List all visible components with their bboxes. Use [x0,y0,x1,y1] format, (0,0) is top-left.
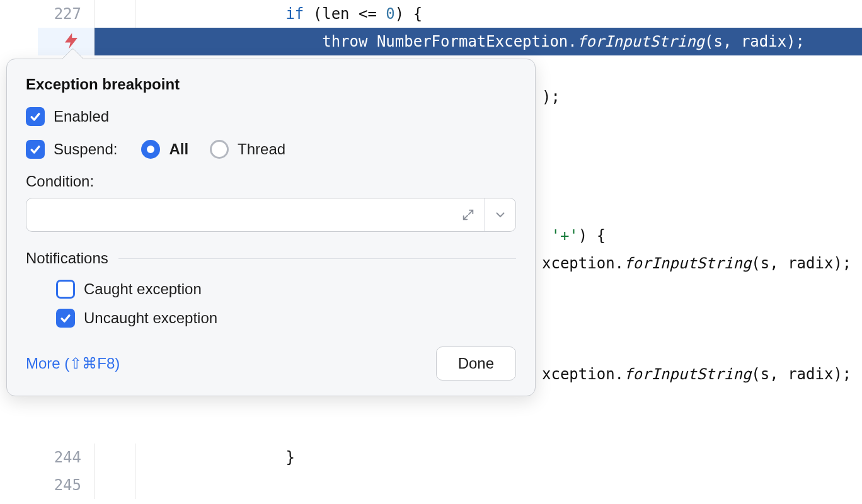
suspend-thread-label: Thread [238,140,285,158]
line-number: 244 [38,444,95,471]
suspend-checkbox[interactable] [26,140,45,159]
done-button[interactable]: Done [436,346,516,381]
caught-exception-label: Caught exception [84,280,202,298]
gutter-spacer [95,28,135,55]
code-text: xception.forInputString(s, radix); [536,360,862,388]
gutter-spacer [95,0,135,28]
exception-breakpoint-icon[interactable] [62,32,81,50]
breakpoint-popup: Exception breakpoint Enabled Suspend: Al… [6,59,536,396]
more-link[interactable]: More (⇧⌘F8) [26,355,120,372]
code-line: 227 if (len <= 0) { [38,0,862,28]
code-text: if (len <= 0) { [170,0,862,28]
gutter-spacer [135,0,170,28]
code-text: '+') { [536,222,862,249]
popup-title: Exception breakpoint [26,76,516,93]
code-line: 244 } [38,444,862,471]
code-text: xception.forInputString(s, radix); [536,249,862,277]
code-line [38,416,862,444]
enabled-label: Enabled [54,108,109,125]
enabled-checkbox[interactable] [26,107,45,126]
code-text: ); [536,83,862,111]
suspend-all-radio[interactable] [141,140,160,159]
gutter-spacer [95,471,135,499]
gutter-spacer [135,444,170,471]
gutter-spacer [95,444,135,471]
suspend-thread-radio[interactable] [210,140,229,159]
uncaught-exception-checkbox[interactable] [56,309,75,328]
suspend-all-label: All [169,140,188,158]
code-line: 245 [38,471,862,499]
divider [118,258,516,259]
condition-input[interactable] [26,198,452,231]
chevron-down-icon[interactable] [484,198,515,231]
code-text: } [170,444,862,471]
condition-input-wrapper [26,198,516,232]
code-text: throw NumberFormatException.forInputStri… [170,28,862,55]
suspend-label: Suspend: [54,140,117,158]
caught-exception-checkbox[interactable] [56,280,75,299]
line-number: 227 [38,0,95,28]
notifications-label: Notifications [26,249,108,267]
uncaught-exception-label: Uncaught exception [84,309,217,327]
execution-line: throw NumberFormatException.forInputStri… [38,28,862,55]
gutter-spacer [135,471,170,499]
expand-icon[interactable] [452,198,484,231]
condition-label: Condition: [26,173,516,190]
gutter-spacer [135,28,170,55]
line-number: 245 [38,471,95,499]
